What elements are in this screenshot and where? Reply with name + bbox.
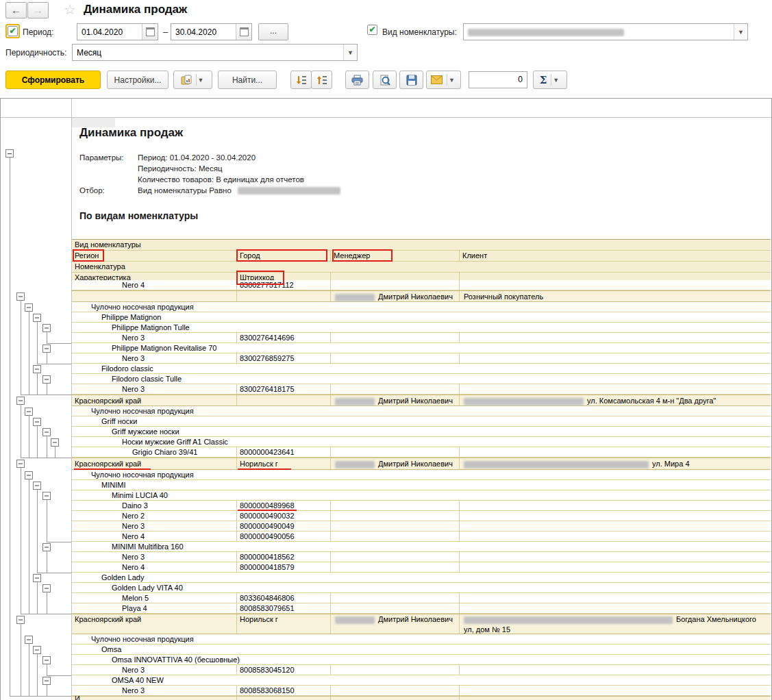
chevron-down-icon[interactable]: ▼ (734, 24, 747, 40)
data-row[interactable]: Носки мужские Griff A1 Classic (72, 437, 771, 447)
cell-manager[interactable] (331, 374, 460, 384)
cell-client[interactable] (460, 280, 771, 290)
cell-name[interactable]: Filodoro classic Tulle (72, 374, 237, 384)
cell-barcode[interactable]: 8300276859275 (237, 353, 331, 363)
kind-combo[interactable]: ▼ (463, 23, 748, 40)
cell-name[interactable]: Daino 3 (72, 501, 237, 510)
cell-city[interactable] (237, 416, 331, 426)
cell-manager[interactable] (331, 501, 460, 510)
cell-manager[interactable] (331, 333, 460, 342)
data-row[interactable]: Filodoro classic Tulle (72, 374, 771, 384)
cell-manager[interactable]: Дмитрий Николаевич (331, 458, 460, 469)
counter-field[interactable]: 0 (469, 71, 527, 88)
cell-client[interactable] (460, 437, 771, 447)
cell-client[interactable]: Розничный покупатель (460, 291, 771, 301)
cell-client[interactable] (460, 665, 771, 675)
autosum-button[interactable]: Σ ▼ (533, 71, 567, 89)
data-row[interactable]: Чулочно носочная продукция (72, 470, 771, 480)
cell-city[interactable] (237, 364, 331, 373)
data-row[interactable]: Playa 48008583079651 (72, 603, 771, 614)
data-row[interactable]: MINIMI Multifibra 160 (72, 542, 771, 552)
cell-client[interactable] (460, 374, 771, 384)
cell-name[interactable]: Nero 3 (72, 353, 237, 363)
cell-barcode[interactable]: 8000000490032 (237, 511, 331, 521)
cell-city[interactable] (237, 291, 331, 301)
data-row[interactable]: Nero 28000000490032 (72, 511, 771, 521)
cell-city[interactable] (237, 655, 331, 664)
report-spreadsheet[interactable]: Динамика продаж Параметры: Период: 01.04… (0, 98, 772, 700)
cell-city[interactable] (237, 302, 331, 312)
cell-name[interactable]: Nero 3 (72, 665, 237, 675)
data-row[interactable]: Nero 38300276418175 (72, 384, 771, 395)
period-to-value[interactable]: 30.04.2020 (171, 27, 236, 37)
favorite-star-icon[interactable]: ☆ (64, 1, 76, 18)
cell-barcode[interactable]: 8000000423641 (237, 447, 331, 457)
collapse-minus-box[interactable] (43, 584, 51, 592)
cell-city[interactable] (237, 645, 331, 654)
cell-client[interactable] (460, 634, 771, 644)
cell-manager[interactable] (331, 583, 460, 592)
cell-name[interactable] (72, 291, 237, 301)
cell-city[interactable] (237, 542, 331, 551)
collapse-minus-box[interactable] (43, 677, 51, 684)
cell-name[interactable]: Minimi LUCIA 40 (72, 490, 237, 500)
collapse-minus-box[interactable] (6, 150, 14, 158)
cell-client[interactable] (460, 583, 771, 592)
data-row[interactable]: Minimi LUCIA 40 (72, 490, 771, 501)
cell-name[interactable]: Чулочно носочная продукция (72, 406, 237, 416)
cell-client[interactable] (460, 470, 771, 479)
collapse-groups-button[interactable] (290, 71, 312, 89)
collapse-minus-box[interactable] (25, 303, 33, 311)
cell-manager[interactable] (331, 323, 460, 332)
data-row[interactable]: Philippe Matignon Revitalise 70 (72, 343, 771, 353)
cell-name[interactable]: Nero 3 (72, 333, 237, 342)
collapse-minus-box[interactable] (34, 365, 41, 373)
cell-name[interactable]: Playa 4 (72, 603, 237, 613)
data-row[interactable]: Philippe Matignon Tulle (72, 323, 771, 333)
header-row-kind[interactable]: Вид номенклатуры (72, 240, 771, 251)
periodicity-combo[interactable]: Месяц ▼ (72, 44, 358, 61)
print-button[interactable] (345, 71, 369, 89)
cell-name[interactable]: MINIMI Multifibra 160 (72, 542, 237, 551)
cell-name[interactable]: Nero 3 (72, 686, 237, 695)
cell-client[interactable] (460, 302, 771, 312)
cell-client[interactable] (460, 552, 771, 562)
cell-name[interactable]: Philippe Matignon Revitalise 70 (72, 343, 237, 353)
cell-name[interactable]: Griff мужские носки (72, 427, 237, 436)
data-row[interactable]: Melon 58033604846806 (72, 593, 771, 603)
cell-city[interactable] (237, 323, 331, 332)
cell-manager[interactable]: Дмитрий Николаевич (331, 614, 460, 634)
collapse-minus-box[interactable] (43, 324, 51, 332)
collapse-minus-box[interactable] (34, 646, 41, 653)
generate-button[interactable]: Сформировать (5, 71, 101, 89)
data-row[interactable]: OMSA 40 NEW (72, 675, 771, 686)
period-checkbox[interactable]: ✔ (5, 24, 20, 38)
chevron-down-icon[interactable]: ▼ (447, 74, 456, 86)
cell-manager[interactable] (331, 593, 460, 603)
cell-city[interactable] (237, 490, 331, 500)
cell-name[interactable]: Красноярский край (72, 458, 237, 469)
data-row[interactable]: MINIMI (72, 480, 771, 490)
cell-manager[interactable] (331, 552, 460, 562)
row-group-tree[interactable] (1, 99, 71, 700)
cell-name[interactable]: MINIMI (72, 480, 237, 490)
cell-barcode[interactable]: 8000000490049 (237, 521, 331, 531)
data-row[interactable]: Omsa INNOVATTIVA 40 (бесшовные) (72, 655, 771, 665)
cell-name[interactable]: Красноярский край (72, 614, 237, 634)
cell-manager[interactable]: Дмитрий Николаевич (331, 395, 460, 405)
cell-client[interactable] (460, 447, 771, 457)
cell-city[interactable] (237, 374, 331, 384)
data-row[interactable]: Nero 48300277517112 (72, 280, 771, 290)
cell-manager[interactable] (331, 353, 460, 363)
cell-manager[interactable] (331, 480, 460, 490)
header-row-nomenclature[interactable]: Номенклатура (72, 262, 771, 273)
cell-manager[interactable] (331, 697, 460, 700)
data-row[interactable]: Nero 38300276859275 (72, 353, 771, 364)
cell-barcode[interactable]: 8000000418579 (237, 562, 331, 572)
cell-barcode[interactable]: 8000000490056 (237, 532, 331, 541)
save-button[interactable] (399, 71, 423, 89)
period-from-field[interactable]: 01.04.2020 (77, 23, 158, 40)
cell-manager[interactable]: Дмитрий Николаевич (331, 291, 460, 301)
cell-client[interactable] (460, 655, 771, 664)
data-row[interactable]: Philippe Matignon (72, 312, 771, 323)
